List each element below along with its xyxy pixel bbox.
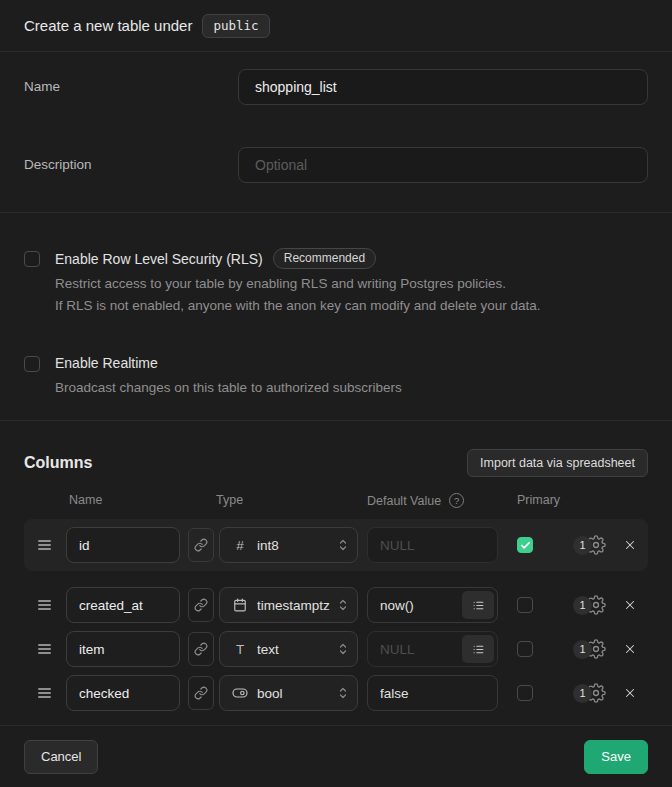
drag-handle-icon[interactable] bbox=[38, 644, 51, 654]
text-icon: T bbox=[231, 642, 249, 657]
default-value-wrap bbox=[367, 675, 498, 711]
column-name-input[interactable] bbox=[66, 527, 180, 563]
column-type-value: timestamptz bbox=[257, 598, 337, 613]
settings-count-badge: 1 bbox=[573, 596, 592, 615]
realtime-toggle-block: Enable Realtime Broadcast changes on thi… bbox=[24, 353, 648, 399]
chevron-updown-icon bbox=[337, 537, 349, 553]
column-header-type: Type bbox=[216, 493, 243, 507]
column-row-id: # int8 1 bbox=[24, 527, 648, 563]
primary-checkbox[interactable] bbox=[517, 685, 533, 701]
schema-badge: public bbox=[202, 14, 269, 38]
column-row-created-at: timestamptz 1 bbox=[24, 587, 648, 623]
rls-title-row: Enable Row Level Security (RLS) Recommen… bbox=[55, 248, 541, 269]
foreign-key-link-icon[interactable] bbox=[188, 528, 214, 562]
default-value-input[interactable] bbox=[367, 675, 498, 711]
dialog-title: Create a new table under bbox=[24, 17, 192, 34]
foreign-key-link-icon[interactable] bbox=[188, 632, 214, 666]
close-icon bbox=[623, 538, 637, 552]
dialog-footer: Cancel Save bbox=[0, 726, 672, 787]
column-type-select[interactable]: T text bbox=[219, 631, 358, 667]
chevron-updown-icon bbox=[337, 641, 349, 657]
column-settings-button[interactable]: 1 bbox=[573, 595, 606, 615]
realtime-checkbox[interactable] bbox=[24, 356, 40, 372]
close-icon bbox=[623, 686, 637, 700]
import-spreadsheet-button[interactable]: Import data via spreadsheet bbox=[467, 449, 648, 477]
primary-column-panel: # int8 1 bbox=[24, 519, 648, 571]
realtime-content: Enable Realtime Broadcast changes on thi… bbox=[55, 353, 402, 399]
primary-checkbox[interactable] bbox=[517, 641, 533, 657]
remove-column-button[interactable] bbox=[621, 596, 639, 614]
column-type-value: text bbox=[257, 642, 337, 657]
save-button[interactable]: Save bbox=[584, 740, 648, 774]
columns-head: Columns Import data via spreadsheet bbox=[24, 445, 648, 481]
description-form-row: Description bbox=[24, 147, 648, 183]
name-form-row: Name bbox=[24, 69, 648, 105]
table-name-input[interactable] bbox=[238, 69, 648, 105]
default-value-wrap bbox=[367, 631, 498, 667]
remove-column-button[interactable] bbox=[621, 640, 639, 658]
default-value-wrap bbox=[367, 527, 498, 563]
table-options-section: Enable Row Level Security (RLS) Recommen… bbox=[0, 213, 672, 421]
table-description-input[interactable] bbox=[238, 147, 648, 183]
primary-checkbox[interactable] bbox=[517, 537, 533, 553]
rls-description: Restrict access to your table by enablin… bbox=[55, 273, 541, 316]
description-label: Description bbox=[24, 147, 238, 183]
close-icon bbox=[623, 598, 637, 612]
create-table-dialog: Create a new table under public Name Des… bbox=[0, 0, 672, 787]
rls-label: Enable Row Level Security (RLS) bbox=[55, 249, 263, 269]
foreign-key-link-icon[interactable] bbox=[188, 676, 214, 710]
rls-toggle-block: Enable Row Level Security (RLS) Recommen… bbox=[24, 248, 648, 316]
table-info-section: Name Description bbox=[0, 52, 672, 213]
foreign-key-link-icon[interactable] bbox=[188, 588, 214, 622]
default-value-wrap bbox=[367, 587, 498, 623]
toggle-icon bbox=[231, 687, 249, 699]
default-suggestions-button[interactable] bbox=[462, 635, 494, 663]
column-type-select[interactable]: bool bbox=[219, 675, 358, 711]
settings-count-badge: 1 bbox=[573, 640, 592, 659]
column-settings-button[interactable]: 1 bbox=[573, 683, 606, 703]
realtime-description: Broadcast changes on this table to autho… bbox=[55, 377, 402, 399]
default-value-input[interactable] bbox=[367, 527, 498, 563]
rls-description-line2: If RLS is not enabled, anyone with the a… bbox=[55, 295, 541, 317]
calendar-icon bbox=[231, 598, 249, 612]
settings-count-badge: 1 bbox=[573, 684, 592, 703]
close-icon bbox=[623, 642, 637, 656]
columns-header-row: Name Type Default Value ? Primary bbox=[24, 493, 648, 509]
name-label: Name bbox=[24, 69, 238, 105]
columns-title: Columns bbox=[24, 454, 92, 472]
chevron-updown-icon bbox=[337, 597, 349, 613]
column-name-input[interactable] bbox=[66, 631, 180, 667]
rls-checkbox[interactable] bbox=[24, 251, 40, 267]
settings-count-badge: 1 bbox=[573, 536, 592, 555]
drag-handle-icon[interactable] bbox=[38, 600, 51, 610]
column-settings-button[interactable]: 1 bbox=[573, 639, 606, 659]
dialog-header: Create a new table under public bbox=[0, 0, 672, 52]
remove-column-button[interactable] bbox=[621, 684, 639, 702]
rls-content: Enable Row Level Security (RLS) Recommen… bbox=[55, 248, 541, 316]
default-suggestions-button[interactable] bbox=[462, 591, 494, 619]
list-icon bbox=[472, 599, 485, 612]
column-type-select[interactable]: # int8 bbox=[219, 527, 358, 563]
columns-section: Columns Import data via spreadsheet Name… bbox=[0, 421, 672, 726]
column-type-value: int8 bbox=[257, 538, 337, 553]
cancel-button[interactable]: Cancel bbox=[24, 740, 98, 774]
help-icon[interactable]: ? bbox=[449, 493, 464, 508]
column-name-input[interactable] bbox=[66, 587, 180, 623]
column-name-input[interactable] bbox=[66, 675, 180, 711]
realtime-title-row: Enable Realtime bbox=[55, 353, 402, 373]
primary-checkbox[interactable] bbox=[517, 597, 533, 613]
drag-handle-icon[interactable] bbox=[38, 688, 51, 698]
remove-column-button[interactable] bbox=[621, 536, 639, 554]
column-header-name: Name bbox=[69, 493, 102, 507]
check-icon bbox=[520, 540, 531, 551]
recommended-badge: Recommended bbox=[273, 248, 376, 269]
chevron-updown-icon bbox=[337, 685, 349, 701]
realtime-label: Enable Realtime bbox=[55, 353, 158, 373]
column-settings-button[interactable]: 1 bbox=[573, 535, 606, 555]
column-type-select[interactable]: timestamptz bbox=[219, 587, 358, 623]
column-header-default: Default Value ? bbox=[367, 493, 464, 508]
column-row-item: T text 1 bbox=[24, 631, 648, 667]
drag-handle-icon[interactable] bbox=[38, 540, 51, 550]
rls-description-line1: Restrict access to your table by enablin… bbox=[55, 273, 541, 295]
column-header-default-label: Default Value bbox=[367, 494, 441, 508]
